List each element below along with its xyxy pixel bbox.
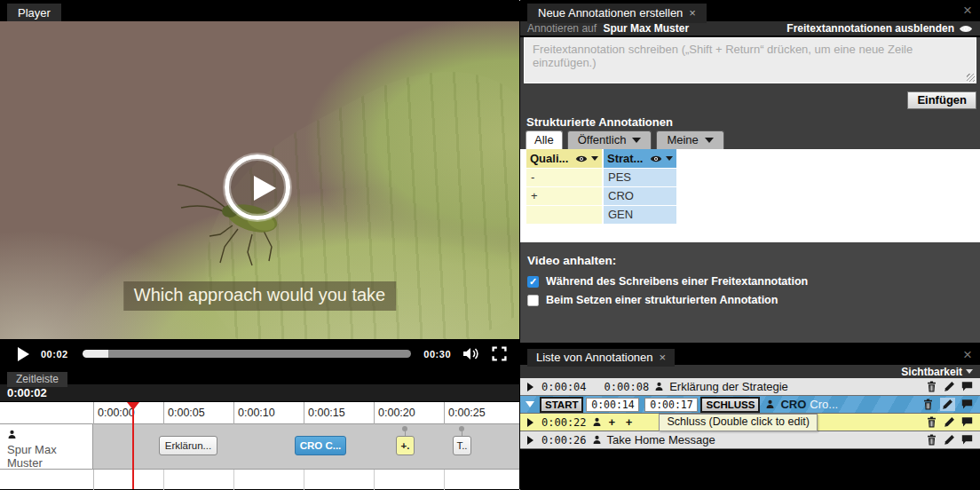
annotation-values: + + [609, 415, 636, 429]
tab-liste-von-annotationen[interactable]: Liste von Annotationen × [527, 349, 675, 367]
volume-icon[interactable] [462, 346, 480, 361]
freetext-annotation-input[interactable] [524, 37, 976, 83]
playhead[interactable] [132, 402, 134, 489]
close-icon[interactable]: × [963, 347, 972, 362]
comment-icon[interactable] [961, 416, 973, 428]
start-time-input[interactable] [586, 398, 639, 412]
gridline [233, 470, 234, 490]
column-header-quali[interactable]: Quali... [526, 149, 602, 168]
gridline [374, 470, 375, 490]
edit-icon[interactable] [944, 434, 955, 446]
delete-icon[interactable] [926, 434, 937, 446]
chevron-right-icon[interactable] [527, 436, 533, 445]
edit-active-highlight[interactable] [940, 398, 955, 411]
fullscreen-icon[interactable] [492, 346, 507, 361]
edit-icon [942, 399, 953, 410]
player-section: Player Which approach would you take 00:… [0, 0, 519, 490]
strat-option-gen[interactable]: GEN [604, 206, 676, 224]
tab-oeffentlich[interactable]: Öffentlich [567, 130, 652, 149]
end-time-input[interactable] [644, 398, 698, 412]
close-icon[interactable]: × [963, 3, 972, 18]
annotation-row[interactable]: 0:00:26 Take Home Message [520, 431, 980, 449]
chevron-right-icon[interactable] [527, 383, 533, 391]
column-header-strat[interactable]: Strat... [604, 149, 676, 168]
schluss-button[interactable]: SCHLUSS [700, 397, 760, 413]
person-icon [592, 435, 602, 445]
play-button[interactable] [18, 347, 29, 361]
gridline [304, 470, 304, 490]
checkbox-unchecked[interactable] [527, 295, 539, 306]
create-tab-label: Neue Annotationen erstellen [538, 6, 683, 20]
tab-meine-label: Meine [667, 133, 698, 146]
tab-alle-label: Alle [534, 133, 554, 146]
quali-option-minus[interactable]: - [526, 169, 602, 186]
comment-icon[interactable] [961, 399, 973, 410]
visibility-dropdown[interactable]: Sichtbarkeit [520, 365, 980, 378]
checkbox-checked[interactable]: ✓ [527, 276, 539, 288]
edit-icon[interactable] [944, 416, 955, 428]
edit-tooltip[interactable]: Schluss (Double click to edit) [659, 414, 817, 431]
pause-option-structured: Beim Setzen einer strukturierten Annotat… [527, 294, 973, 306]
timeline-body: 0:00:00 0:00:05 0:00:10 0:00:15 0:00:20 … [0, 402, 519, 489]
video-viewport[interactable]: Which approach would you take [0, 21, 519, 339]
pause-option-freetext-label: Während des Schreibens einer Freitextann… [546, 275, 808, 288]
playhead-marker[interactable] [127, 402, 139, 410]
tab-zeitleiste[interactable]: Zeitleiste [7, 372, 67, 387]
start-button[interactable]: START [540, 397, 583, 413]
tab-meine[interactable]: Meine [656, 130, 723, 149]
timeline-block-t[interactable]: T.. [453, 436, 471, 455]
timeline-block-cro[interactable]: CRO C... [295, 436, 346, 455]
quali-option-empty[interactable] [526, 206, 602, 224]
tick-label: 0:00:10 [238, 407, 275, 419]
annotation-row-selected[interactable]: START SCHLUSS CRO Cro... [520, 396, 980, 414]
create-annotations-panel: Neue Annotationen erstellen × × Annotier… [520, 0, 980, 346]
tick-label: 0:00:20 [378, 407, 415, 419]
insert-button[interactable]: Einfügen [907, 91, 976, 109]
progress-bar[interactable] [83, 350, 412, 358]
annotate-header: Annotieren auf Spur Max Muster Freitexta… [520, 21, 980, 36]
annotate-on-label: Annotieren auf [527, 22, 597, 35]
gridline [163, 470, 164, 490]
list-tab-label: Liste von Annotationen [536, 351, 653, 364]
eye-icon[interactable] [575, 154, 588, 163]
annotation-row[interactable]: 0:00:22 + + Schluss (Double click to edi… [520, 414, 980, 431]
tab-alle[interactable]: Alle [526, 130, 563, 149]
video-pause-section: Video anhalten: ✓ Während des Schreibens… [520, 242, 980, 343]
annotation-code: CRO [780, 398, 806, 411]
strat-option-pes[interactable]: PES [604, 169, 676, 186]
annotation-list-panel: Liste von Annotationen × × Sichtbarkeit … [520, 346, 980, 490]
current-time: 00:02 [41, 349, 68, 360]
timeline-tabbar: Zeitleiste [0, 368, 519, 384]
chevron-down-icon[interactable] [526, 401, 534, 407]
tab-player[interactable]: Player [7, 4, 61, 23]
pause-option-freetext: ✓ Während des Schreibens einer Freitexta… [527, 275, 973, 288]
timeline-ruler[interactable]: 0:00:00 0:00:05 0:00:10 0:00:15 0:00:20 … [0, 402, 519, 424]
annotation-text: Take Home Message [607, 433, 715, 447]
chevron-down-icon[interactable] [666, 156, 673, 161]
strat-option-cro[interactable]: CRO [604, 187, 676, 205]
close-icon[interactable]: × [660, 351, 667, 364]
delete-icon[interactable] [922, 399, 934, 410]
eye-icon [959, 24, 973, 34]
timeline-lower-lane[interactable] [0, 469, 519, 489]
annotation-row[interactable]: 0:00:04 0:00:08 Erklärung der Strategie [520, 378, 980, 396]
chevron-right-icon[interactable] [527, 418, 533, 427]
annotation-end-time: 0:00:08 [605, 381, 650, 393]
annotation-track[interactable]: Erklärun... CRO C... +. T.. Spur Max Mus… [0, 424, 519, 469]
quali-option-plus[interactable]: + [526, 187, 602, 205]
edit-icon[interactable] [944, 381, 955, 392]
comment-icon[interactable] [961, 381, 973, 392]
close-icon[interactable]: × [689, 6, 696, 20]
comment-icon[interactable] [961, 434, 973, 446]
timeline-block-plus[interactable]: +. [396, 436, 415, 455]
delete-icon[interactable] [926, 381, 937, 392]
hide-freetext-label: Freitextannotationen ausblenden [786, 22, 954, 35]
chevron-down-icon[interactable] [591, 156, 598, 161]
progress-fill [83, 350, 109, 358]
play-overlay-button[interactable] [225, 154, 290, 220]
hide-freetext-toggle[interactable]: Freitextannotationen ausblenden [786, 22, 973, 35]
timeline-block-erklaerung[interactable]: Erklärun... [159, 436, 217, 455]
eye-icon[interactable] [650, 154, 662, 163]
delete-icon[interactable] [926, 416, 937, 428]
tab-neue-annotationen[interactable]: Neue Annotationen erstellen × [527, 4, 707, 23]
